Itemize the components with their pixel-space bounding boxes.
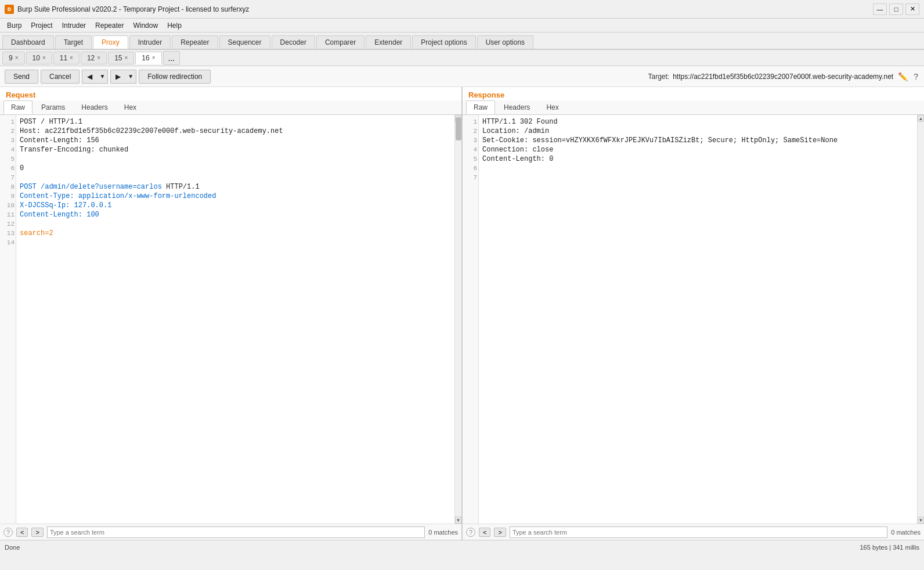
sub-tabs: 9 × 10 × 11 × 12 × 15 × 16 × ... — [0, 50, 924, 66]
help-target-icon[interactable]: ? — [912, 71, 919, 82]
response-scroll-up[interactable]: ▲ — [918, 115, 924, 122]
request-code-content[interactable]: POST / HTTP/1.1Host: ac221fbd1e5f35b6c02… — [16, 115, 454, 524]
request-search-prev[interactable]: < — [16, 528, 28, 537]
maximize-button[interactable]: □ — [889, 3, 903, 15]
response-search-prev[interactable]: < — [479, 528, 490, 537]
follow-redirection-button[interactable]: Follow redirection — [139, 70, 211, 84]
tab-repeater[interactable]: Repeater — [172, 35, 218, 49]
request-scrollbar[interactable]: ▲ ▼ — [454, 115, 461, 524]
tab-extender[interactable]: Extender — [366, 35, 411, 49]
response-header: Response — [463, 87, 924, 100]
sub-tab-11-close[interactable]: × — [70, 55, 73, 61]
menu-intruder[interactable]: Intruder — [57, 20, 91, 31]
request-panel: Request Raw Params Headers Hex 12345 678… — [0, 87, 463, 540]
request-line-numbers: 12345 678910 11121314 — [0, 115, 16, 524]
response-scrollbar[interactable]: ▲ ▼ — [917, 115, 924, 524]
close-button[interactable]: ✕ — [905, 3, 919, 15]
request-tab-params[interactable]: Params — [34, 100, 73, 114]
sub-tab-12-close[interactable]: × — [97, 55, 100, 61]
request-search-help-icon[interactable]: ? — [3, 528, 13, 537]
app-icon: B — [5, 5, 14, 14]
request-scroll-down[interactable]: ▼ — [455, 517, 461, 524]
request-header: Request — [0, 87, 461, 100]
response-tab-headers[interactable]: Headers — [496, 100, 537, 114]
response-scroll-down[interactable]: ▼ — [918, 517, 924, 524]
minimize-button[interactable]: — — [873, 3, 887, 15]
target-label: Target: — [648, 73, 669, 81]
edit-target-icon[interactable]: ✏️ — [897, 71, 909, 82]
sub-tab-16[interactable]: 16 × — [135, 52, 161, 64]
response-search-help-icon[interactable]: ? — [466, 528, 475, 537]
back-nav-group: ◀ ▼ — [82, 70, 108, 84]
sub-tab-more[interactable]: ... — [163, 51, 181, 65]
target-url: https://ac221fbd1e5f35b6c02239c2007e000f… — [673, 73, 893, 81]
title-bar-left: B Burp Suite Professional v2020.2 - Temp… — [5, 5, 249, 14]
status-bar: Done 165 bytes | 341 millis — [0, 540, 924, 554]
response-search-next[interactable]: > — [494, 528, 506, 537]
menu-project[interactable]: Project — [26, 20, 57, 31]
tab-proxy[interactable]: Proxy — [93, 35, 128, 49]
sub-tab-16-close[interactable]: × — [152, 55, 156, 61]
toolbar: Send Cancel ◀ ▼ ▶ ▼ Follow redirection T… — [0, 66, 924, 87]
response-search-input[interactable] — [510, 526, 887, 538]
sub-tab-12[interactable]: 12 × — [81, 52, 107, 64]
menu-help[interactable]: Help — [163, 20, 186, 31]
content-area: Request Raw Params Headers Hex 12345 678… — [0, 87, 924, 540]
forward-dropdown[interactable]: ▼ — [125, 70, 136, 84]
tab-user-options[interactable]: User options — [477, 35, 533, 49]
forward-button[interactable]: ▶ — [110, 70, 125, 84]
request-editor-area: 12345 678910 11121314 POST / HTTP/1.1Hos… — [0, 115, 461, 524]
request-tab-raw[interactable]: Raw — [3, 100, 33, 114]
response-search-bar: ? < > 0 matches — [463, 524, 924, 540]
window-controls: — □ ✕ — [873, 3, 919, 15]
sub-tab-10-close[interactable]: × — [42, 55, 46, 61]
request-search-matches: 0 matches — [428, 529, 458, 536]
tab-dashboard[interactable]: Dashboard — [2, 35, 54, 49]
response-editor-tabs: Raw Headers Hex — [463, 100, 924, 115]
tab-project-options[interactable]: Project options — [412, 35, 475, 49]
sub-tab-15[interactable]: 15 × — [108, 52, 134, 64]
tab-intruder[interactable]: Intruder — [129, 35, 171, 49]
menu-burp[interactable]: Burp — [2, 20, 26, 31]
window-title: Burp Suite Professional v2020.2 - Tempor… — [17, 5, 249, 13]
response-tab-raw[interactable]: Raw — [466, 100, 495, 114]
request-tab-hex[interactable]: Hex — [117, 100, 144, 114]
request-scroll-thumb[interactable] — [456, 117, 461, 140]
response-editor-area: 12345 67 HTTP/1.1 302 FoundLocation: /ad… — [463, 115, 924, 524]
request-editor-tabs: Raw Params Headers Hex — [0, 100, 461, 115]
response-tab-hex[interactable]: Hex — [539, 100, 566, 114]
status-right: 165 bytes | 341 millis — [860, 544, 919, 551]
tab-sequencer[interactable]: Sequencer — [219, 35, 270, 49]
tab-target[interactable]: Target — [55, 35, 92, 49]
menu-bar: Burp Project Intruder Repeater Window He… — [0, 19, 924, 33]
request-search-input[interactable] — [47, 526, 425, 538]
send-button[interactable]: Send — [5, 70, 38, 84]
response-line-numbers: 12345 67 — [463, 115, 479, 524]
response-panel: Response Raw Headers Hex 12345 67 HTTP/1… — [463, 87, 924, 540]
sub-tab-11[interactable]: 11 × — [53, 52, 80, 64]
back-dropdown[interactable]: ▼ — [97, 70, 108, 84]
request-search-next[interactable]: > — [31, 528, 43, 537]
status-left: Done — [5, 544, 20, 551]
main-tabs: Dashboard Target Proxy Intruder Repeater… — [0, 33, 924, 50]
sub-tab-9[interactable]: 9 × — [2, 52, 25, 64]
request-search-bar: ? < > 0 matches — [0, 524, 461, 540]
tab-comparer[interactable]: Comparer — [316, 35, 364, 49]
tab-decoder[interactable]: Decoder — [272, 35, 315, 49]
back-button[interactable]: ◀ — [82, 70, 97, 84]
sub-tab-10[interactable]: 10 × — [26, 52, 52, 64]
title-bar: B Burp Suite Professional v2020.2 - Temp… — [0, 0, 924, 19]
request-tab-headers[interactable]: Headers — [74, 100, 115, 114]
forward-nav-group: ▶ ▼ — [110, 70, 136, 84]
sub-tab-15-close[interactable]: × — [125, 55, 128, 61]
target-bar: Target: https://ac221fbd1e5f35b6c02239c2… — [648, 71, 919, 82]
cancel-button[interactable]: Cancel — [41, 70, 80, 84]
response-search-matches: 0 matches — [891, 529, 921, 536]
response-code-content[interactable]: HTTP/1.1 302 FoundLocation: /adminSet-Co… — [479, 115, 917, 524]
menu-window[interactable]: Window — [128, 20, 163, 31]
menu-repeater[interactable]: Repeater — [91, 20, 128, 31]
sub-tab-9-close[interactable]: × — [15, 55, 19, 61]
